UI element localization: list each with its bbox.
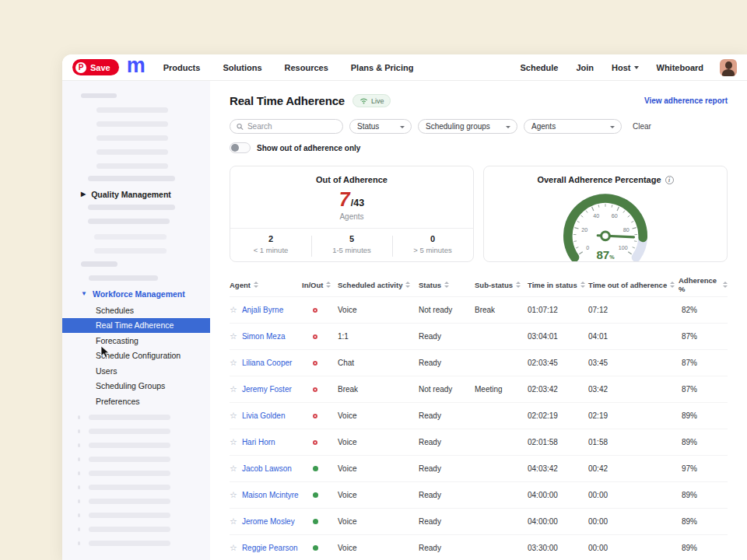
sidebar-placeholder-bar [78, 499, 80, 503]
sidebar-placeholder-bar [96, 121, 168, 127]
breakdown-label: 1-5 minutes [311, 246, 392, 254]
column-header-label: Scheduled activity [338, 281, 402, 289]
sidebar-placeholder-bar [78, 457, 80, 461]
sidebar-placeholder-bar [89, 429, 170, 434]
time-out-of-adherence-cell: 01:58 [588, 438, 679, 446]
breakdown-column: 2< 1 minute [230, 229, 311, 262]
table-row: ☆Anjali ByrneVoiceNot readyBreak01:07:12… [230, 296, 728, 323]
agent-name-link[interactable]: Jeremy Foster [242, 385, 292, 394]
breakdown-column: 0> 5 minutes [392, 229, 473, 262]
column-header-in-out[interactable]: In/Out [302, 281, 338, 289]
nav-link-host[interactable]: Host [612, 63, 638, 72]
column-header-time-out-of-adherence[interactable]: Time out of adherence [588, 281, 679, 289]
nav-links-right: ScheduleJoinHostWhiteboard [521, 63, 703, 72]
sidebar-placeholder-bar [96, 163, 168, 169]
nav-link-join[interactable]: Join [576, 63, 594, 72]
agent-name-link[interactable]: Reggie Pearson [242, 544, 298, 552]
view-adherence-report-link[interactable]: View adherence report [644, 96, 728, 105]
agent-name-link[interactable]: Anjali Byrne [242, 306, 283, 314]
time-in-status-cell: 02:03:42 [528, 385, 588, 394]
star-icon[interactable]: ☆ [230, 411, 237, 420]
star-icon[interactable]: ☆ [230, 332, 237, 341]
sidebar-item-preferences[interactable]: Preferences [62, 394, 210, 409]
column-header-agent[interactable]: Agent [230, 281, 302, 289]
svg-text:80: 80 [623, 227, 630, 233]
pinterest-save-button[interactable]: P Save [72, 59, 119, 75]
adherence-percent-cell: 89% [679, 411, 728, 420]
filter-dropdown-scheduling-groups[interactable]: Scheduling groups [418, 119, 517, 134]
nav-link-whiteboard[interactable]: Whiteboard [657, 63, 704, 72]
sidebar-placeholder-bar [96, 135, 168, 141]
status-cell: Ready [419, 438, 475, 446]
sidebar-item-scheduling-groups[interactable]: Scheduling Groups [62, 379, 210, 394]
nav-link-schedule[interactable]: Schedule [521, 63, 559, 72]
time-in-status-cell: 02:03:45 [528, 359, 588, 367]
column-header-adherence-%[interactable]: Adherence % [679, 276, 728, 293]
filter-dropdown-agents[interactable]: Agents [524, 119, 622, 134]
adherence-percent-cell: 89% [679, 544, 728, 552]
wifi-icon [359, 97, 368, 104]
nav-link-products[interactable]: Products [163, 63, 201, 72]
star-icon[interactable]: ☆ [230, 517, 237, 526]
gauge-title: Overall Adherence Percentage [537, 175, 661, 184]
scheduled-activity-cell: Voice [338, 411, 419, 420]
svg-text:87%: 87% [596, 248, 615, 261]
chevron-down-icon [634, 66, 639, 69]
sidebar-item-schedule-configuration[interactable]: Schedule Configuration [62, 348, 210, 364]
column-header-scheduled-activity[interactable]: Scheduled activity [338, 281, 419, 289]
column-header-sub-status[interactable]: Sub-status [475, 281, 528, 289]
chevron-down-icon [400, 126, 405, 128]
star-icon[interactable]: ☆ [230, 306, 237, 314]
clear-filters-button[interactable]: Clear [633, 122, 651, 131]
page-title: Real Time Adherence [230, 94, 345, 107]
agent-name-link[interactable]: Liliana Cooper [242, 359, 293, 367]
agent-name-link[interactable]: Simon Meza [242, 332, 286, 341]
star-icon[interactable]: ☆ [230, 385, 237, 394]
table-row: ☆Jeremy FosterBreakNot readyMeeting02:03… [230, 376, 728, 402]
app-window: P Save m ProductsSolutionsResourcesPlans… [62, 54, 747, 560]
sidebar-item-schedules[interactable]: Schedules [62, 303, 210, 318]
scheduled-activity-cell: 1:1 [338, 332, 419, 341]
star-icon[interactable]: ☆ [230, 544, 237, 552]
show-out-of-adherence-toggle[interactable] [230, 142, 251, 153]
breakdown-value: 5 [311, 234, 392, 243]
user-avatar[interactable] [720, 59, 737, 76]
sidebar-item-quality-management[interactable]: ▶ Quality Management [62, 187, 210, 201]
sidebar-item-real-time-adherence[interactable]: Real Time Adherence [62, 318, 210, 334]
svg-text:20: 20 [581, 227, 587, 233]
star-icon[interactable]: ☆ [230, 438, 237, 446]
sidebar-placeholder-bar [89, 513, 170, 518]
star-icon[interactable]: ☆ [230, 359, 237, 367]
column-header-status[interactable]: Status [419, 281, 475, 289]
nav-link-resources[interactable]: Resources [285, 63, 328, 72]
info-icon[interactable]: i [665, 176, 674, 184]
nav-link-plans-pricing[interactable]: Plans & Pricing [351, 63, 414, 72]
sidebar-item-workforce-management[interactable]: ▼ Workforce Management [62, 286, 210, 301]
agent-name-link[interactable]: Livia Golden [242, 411, 286, 420]
filter-dropdown-status[interactable]: Status [349, 119, 412, 134]
agent-name-link[interactable]: Hari Horn [242, 438, 275, 446]
gauge-wrapper: 02040608010087% [484, 186, 727, 262]
time-in-status-cell: 02:01:58 [528, 438, 588, 446]
time-out-of-adherence-cell: 00:00 [588, 544, 679, 552]
nav-link-solutions[interactable]: Solutions [223, 63, 261, 72]
sidebar-item-forecasting[interactable]: Forecasting [62, 333, 210, 348]
column-header-time-in-status[interactable]: Time in status [528, 281, 588, 289]
star-icon[interactable]: ☆ [230, 464, 237, 473]
star-icon[interactable]: ☆ [230, 491, 237, 499]
agent-cell: ☆Jeremy Foster [230, 385, 302, 394]
time-in-status-cell: 04:00:00 [528, 517, 588, 526]
agent-name-link[interactable]: Jerome Mosley [242, 517, 295, 526]
sub-status-cell: Meeting [475, 385, 528, 394]
in-out-cell [302, 466, 338, 471]
agent-cell: ☆Simon Meza [230, 332, 302, 341]
sort-icon [444, 282, 449, 288]
agent-name-link[interactable]: Maison Mcintyre [242, 491, 299, 499]
table-row: ☆Maison McintyreVoiceReady04:00:0000:008… [230, 481, 728, 508]
adherence-percent-cell: 89% [679, 438, 728, 446]
miro-logo[interactable]: m [127, 55, 145, 76]
sidebar-placeholder-bar [78, 471, 80, 475]
agent-name-link[interactable]: Jacob Lawson [242, 464, 292, 473]
search-input[interactable] [247, 122, 336, 131]
sidebar-item-users[interactable]: Users [62, 363, 210, 379]
